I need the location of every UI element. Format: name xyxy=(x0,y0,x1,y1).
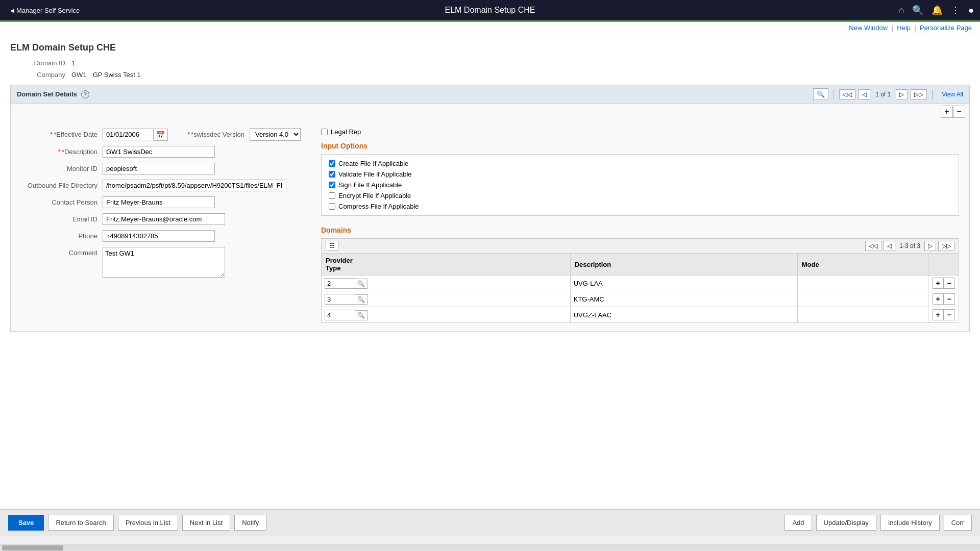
section-body: *Effective Date 📅 *swissdec Version Vers… xyxy=(11,120,969,331)
company-value: GW1 GP Swiss Test 1 xyxy=(71,71,141,79)
domains-prev-button[interactable]: ◁ xyxy=(884,241,895,251)
domain-provider-type-cell: 🔍 xyxy=(322,291,571,307)
user-icon[interactable]: ● xyxy=(968,5,974,16)
legal-rep-label: Legal Rep xyxy=(331,128,361,136)
input-option-checkbox-0[interactable] xyxy=(329,160,335,167)
domains-table: ProviderType Description Mode 🔍UVG-LAA+−… xyxy=(321,253,959,323)
email-id-input[interactable] xyxy=(103,213,225,225)
phone-input[interactable] xyxy=(103,230,215,242)
section-title: Domain Set Details xyxy=(17,90,77,98)
first-page-button[interactable]: ◁◁ xyxy=(839,89,855,99)
comment-label: Comment xyxy=(21,249,103,257)
domain-description-cell: KTG-AMC xyxy=(570,291,797,307)
effective-date-row: *Effective Date 📅 *swissdec Version Vers… xyxy=(21,128,301,141)
calendar-button[interactable]: 📅 xyxy=(154,129,168,141)
bell-icon[interactable]: 🔔 xyxy=(932,5,943,16)
input-option-label-4: Compress File If Applicable xyxy=(338,203,419,210)
input-option-checkbox-2[interactable] xyxy=(329,182,335,188)
domain-add-row-button[interactable]: + xyxy=(933,293,944,305)
domain-provider-search-button[interactable]: 🔍 xyxy=(355,279,368,289)
domain-remove-row-button[interactable]: − xyxy=(944,309,955,320)
domain-add-row-button[interactable]: + xyxy=(933,309,944,320)
input-option-checkbox-1[interactable] xyxy=(329,171,335,178)
input-option-label-3: Encrypt File If Applicable xyxy=(338,192,411,199)
comment-textarea[interactable] xyxy=(103,247,225,278)
main-content: ELM Domain Setup CHE Domain ID 1 Company… xyxy=(0,34,980,524)
view-all-button[interactable]: View All xyxy=(942,91,963,98)
legal-rep-checkbox[interactable] xyxy=(321,129,328,135)
domains-title: Domains xyxy=(321,226,959,234)
outbound-dir-input[interactable] xyxy=(103,180,286,191)
save-button[interactable]: Save xyxy=(8,515,44,524)
description-input[interactable] xyxy=(103,146,215,158)
search-icon[interactable]: 🔍 xyxy=(912,5,923,16)
domains-grid-icon[interactable]: ☷ xyxy=(326,241,338,251)
email-id-label: Email ID xyxy=(21,215,103,223)
effective-date-label: *Effective Date xyxy=(21,131,103,138)
domain-remove-row-button[interactable]: − xyxy=(944,278,955,289)
domain-provider-search-button[interactable]: 🔍 xyxy=(355,294,368,305)
domain-description-cell: UVGZ-LAAC xyxy=(570,307,797,323)
input-options-title: Input Options xyxy=(321,142,959,150)
new-window-link[interactable]: New Window xyxy=(849,24,888,32)
next-page-button[interactable]: ▷ xyxy=(896,89,908,99)
monitor-id-input[interactable] xyxy=(103,163,215,174)
domain-provider-type-input[interactable] xyxy=(325,310,355,320)
domain-id-row: Domain ID 1 xyxy=(10,59,970,67)
notify-button[interactable]: Notify xyxy=(234,515,266,524)
domain-provider-type-input[interactable] xyxy=(325,294,355,305)
home-icon[interactable]: ⌂ xyxy=(898,5,904,16)
help-link[interactable]: Help xyxy=(897,24,911,32)
domains-table-row: 🔍UVGZ-LAAC+− xyxy=(322,307,959,323)
domain-mode-cell xyxy=(797,307,928,323)
prev-page-button[interactable]: ◁ xyxy=(859,89,870,99)
previous-in-list-button[interactable]: Previous in List xyxy=(118,515,178,524)
include-history-button[interactable]: Include History xyxy=(880,515,940,524)
outbound-dir-label: Outbound File Directory xyxy=(21,182,103,189)
input-options-section: Input Options Create File If ApplicableV… xyxy=(321,142,959,216)
domain-actions-cell: +− xyxy=(928,307,959,323)
domain-remove-row-button[interactable]: − xyxy=(944,293,955,305)
domain-actions-cell: +− xyxy=(928,276,959,291)
domain-mode-cell xyxy=(797,276,928,291)
domain-provider-search-button[interactable]: 🔍 xyxy=(355,310,368,320)
col-header-description: Description xyxy=(570,254,797,276)
outbound-dir-row: Outbound File Directory xyxy=(21,180,301,191)
help-icon[interactable]: ? xyxy=(81,90,89,98)
add-row-button[interactable]: + xyxy=(941,106,953,118)
col-header-provider-type: ProviderType xyxy=(322,254,571,276)
back-button[interactable]: Manager Self Service xyxy=(6,5,84,16)
domains-nav: ◁◁ ◁ 1-3 of 3 ▷ ▷▷ xyxy=(865,241,954,251)
section-search-button[interactable]: 🔍 xyxy=(813,88,828,100)
domains-last-button[interactable]: ▷▷ xyxy=(938,241,954,251)
input-option-checkbox-4[interactable] xyxy=(329,203,335,210)
input-option-row: Create File If Applicable xyxy=(329,160,951,167)
input-option-label-1: Validate File if Applicable xyxy=(338,170,412,178)
monitor-id-label: Monitor ID xyxy=(21,165,103,172)
last-page-button[interactable]: ▷▷ xyxy=(911,89,927,99)
remove-row-button[interactable]: − xyxy=(953,106,965,118)
personalize-page-link[interactable]: Personalize Page xyxy=(920,24,972,32)
top-nav-bar: Manager Self Service ELM Domain Setup CH… xyxy=(0,0,980,20)
return-to-search-button[interactable]: Return to Search xyxy=(48,515,113,524)
contact-person-input[interactable] xyxy=(103,196,215,208)
input-option-label-0: Create File If Applicable xyxy=(338,160,408,167)
domain-provider-type-input[interactable] xyxy=(325,278,355,289)
next-in-list-button[interactable]: Next in List xyxy=(182,515,230,524)
menu-icon[interactable]: ⋮ xyxy=(951,5,960,16)
add-button[interactable]: Add xyxy=(785,515,812,524)
company-name: GP Swiss Test 1 xyxy=(93,71,141,79)
domains-first-button[interactable]: ◁◁ xyxy=(865,241,881,251)
input-option-checkbox-3[interactable] xyxy=(329,192,335,199)
effective-date-input[interactable] xyxy=(103,129,154,140)
domain-add-row-button[interactable]: + xyxy=(933,278,944,289)
update-display-button[interactable]: Update/Display xyxy=(816,515,876,524)
domains-table-toolbar: ☷ ◁◁ ◁ 1-3 of 3 ▷ ▷▷ xyxy=(321,238,959,253)
separator2 xyxy=(932,90,933,99)
domains-next-button[interactable]: ▷ xyxy=(924,241,936,251)
corr-button[interactable]: Corr xyxy=(944,515,972,524)
email-id-row: Email ID xyxy=(21,213,301,225)
col-header-mode: Mode xyxy=(797,254,928,276)
back-button-label: Manager Self Service xyxy=(16,7,80,14)
swissdec-version-select[interactable]: Version 4.0 Version 3.0 xyxy=(250,128,301,141)
